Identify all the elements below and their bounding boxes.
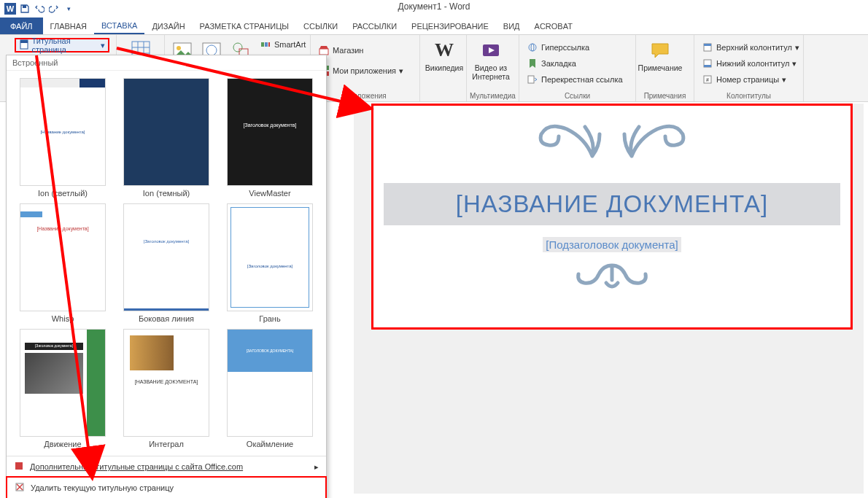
svg-rect-30: [528, 76, 534, 83]
word-icon: W: [3, 1, 18, 16]
ornament-bottom: [378, 261, 846, 296]
apps-group-label: Приложения: [311, 92, 419, 100]
doc-subtitle-placeholder[interactable]: [Подзаголовок документа]: [378, 238, 846, 251]
svg-rect-15: [265, 42, 268, 47]
links-group-label: Ссылки: [519, 92, 635, 100]
cover-page-preview: [НАЗВАНИЕ ДОКУМЕНТА] [Подзаголовок докум…: [371, 104, 853, 330]
tab-home[interactable]: ГЛАВНАЯ: [43, 17, 94, 34]
cover-page-gallery: Встроенный [Название документа] Ion (све…: [6, 55, 327, 498]
document-area: [НАЗВАНИЕ ДОКУМЕНТА] [Подзаголовок докум…: [354, 104, 864, 494]
gallery-item[interactable]: [ЗАГОЛОВОК ДОКУМЕНТА] Окаймление: [221, 329, 319, 448]
office-icon: [14, 461, 26, 472]
gallery-item[interactable]: [Название документа] Whisp: [14, 203, 112, 323]
window-title: Документ1 - Word: [288, 1, 580, 12]
svg-rect-22: [319, 49, 328, 55]
cover-page-icon: [19, 39, 30, 51]
gallery-item[interactable]: [Заголовок документа] Движение: [14, 329, 112, 448]
ribbon-tabs: ФАЙЛ ГЛАВНАЯ ВСТАВКА ДИЗАЙН РАЗМЕТКА СТР…: [0, 17, 868, 35]
cover-page-button[interactable]: Титульная страница▾: [15, 38, 109, 52]
gallery-item[interactable]: [Заголовок документа] Боковая линия: [117, 203, 215, 323]
svg-point-28: [529, 44, 536, 51]
svg-text:#: #: [706, 77, 709, 82]
gallery-item[interactable]: [НАЗВАНИЕ ДОКУМЕНТА] Интеграл: [117, 329, 215, 448]
myapps-button[interactable]: Мои приложения ▾: [315, 63, 406, 78]
crossref-button[interactable]: Перекрестная ссылка: [524, 72, 626, 87]
wikipedia-button[interactable]: WВикипедия: [425, 37, 464, 74]
tab-design[interactable]: ДИЗАЙН: [144, 17, 192, 34]
hf-group-label: Колонтитулы: [694, 92, 803, 100]
gallery-item[interactable]: [Название документа] Ion (светлый): [14, 78, 112, 198]
svg-rect-14: [261, 42, 264, 47]
svg-rect-39: [15, 462, 23, 470]
footer-button[interactable]: Нижний колонтитул ▾: [699, 56, 802, 71]
svg-text:W: W: [7, 4, 15, 13]
tab-acrobat[interactable]: ACROBAT: [527, 17, 580, 34]
gallery-item[interactable]: [Название документа] Ion (темный): [117, 78, 215, 198]
gallery-section-label: Встроенный: [7, 55, 326, 71]
tab-view[interactable]: ВИД: [496, 17, 527, 34]
svg-rect-32: [704, 44, 711, 46]
pagenum-button[interactable]: #Номер страницы ▾: [699, 72, 802, 87]
more-covers-office[interactable]: Дополнительные титульные страницы с сайт…: [7, 456, 326, 477]
notes-group-label: Примечания: [636, 92, 694, 100]
ornament-top: [378, 116, 846, 161]
svg-rect-34: [704, 65, 711, 67]
bookmark-button[interactable]: Закладка: [524, 56, 626, 71]
smartart-button[interactable]: SmartArt: [257, 37, 314, 52]
undo-icon[interactable]: [32, 1, 47, 16]
tab-insert[interactable]: ВСТАВКА: [94, 17, 144, 34]
remove-icon: [15, 482, 26, 494]
redo-icon[interactable]: [47, 1, 61, 16]
tab-mailings[interactable]: РАССЫЛКИ: [345, 17, 404, 34]
qat-dropdown-icon[interactable]: ▾: [61, 1, 76, 16]
save-icon[interactable]: [18, 1, 32, 16]
flourish-bottom-icon: [568, 261, 656, 296]
multimedia-group-label: Мультимедиа: [467, 92, 519, 100]
tab-layout[interactable]: РАЗМЕТКА СТРАНИЦЫ: [193, 17, 296, 34]
svg-point-12: [233, 43, 242, 52]
flourish-left-icon: [534, 116, 607, 161]
tab-references[interactable]: ССЫЛКИ: [296, 17, 345, 34]
comment-button[interactable]: Примечание: [640, 37, 680, 74]
store-button[interactable]: Магазин: [315, 43, 406, 58]
svg-rect-16: [268, 42, 270, 47]
tab-file[interactable]: ФАЙЛ: [0, 17, 43, 34]
flourish-right-icon: [617, 116, 690, 161]
svg-point-9: [177, 46, 181, 50]
hyperlink-button[interactable]: Гиперссылка: [524, 40, 626, 55]
gallery-item[interactable]: [Заголовок документа] ViewMaster: [221, 78, 319, 198]
svg-point-29: [531, 44, 534, 51]
tab-review[interactable]: РЕЦЕНЗИРОВАНИЕ: [404, 17, 496, 34]
remove-cover-page[interactable]: Удалить текущую титульную страницу: [6, 476, 327, 498]
svg-rect-38: [20, 40, 28, 43]
svg-rect-2: [23, 5, 26, 8]
online-video-button[interactable]: Видео из Интернета: [471, 37, 511, 82]
header-button[interactable]: Верхний колонтитул ▾: [699, 40, 802, 55]
doc-title-placeholder[interactable]: [НАЗВАНИЕ ДОКУМЕНТА]: [384, 183, 840, 225]
gallery-item[interactable]: [Заголовок документа] Грань: [221, 203, 319, 323]
